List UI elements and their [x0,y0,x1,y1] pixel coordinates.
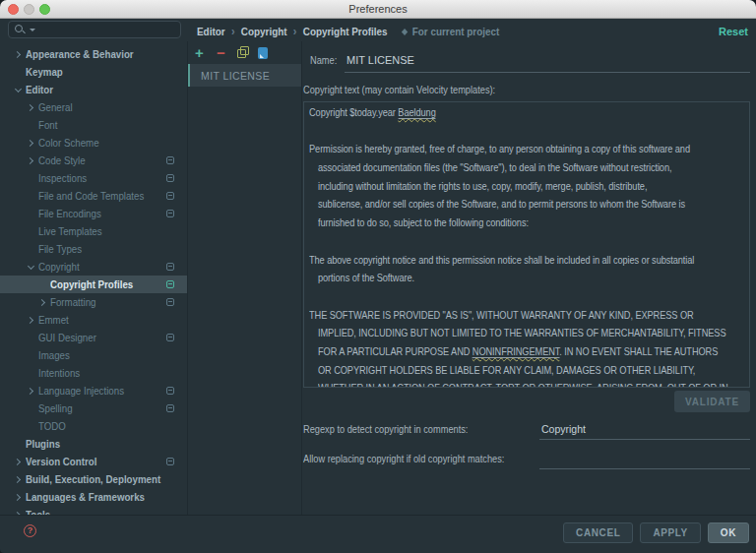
search-icon [14,24,29,35]
chevron-down-icon[interactable] [23,264,38,271]
sidebar-item-todo[interactable]: TODO [0,417,187,435]
chevron-right-icon: › [293,25,297,38]
sidebar-item-appearance-behavior[interactable]: Appearance & Behavior [0,45,187,63]
sidebar-item-language-injections[interactable]: Language Injections [0,382,187,399]
scope-indicator: For current project [403,26,499,37]
allow-replacing-label: Allow replacing copyright if old copyrig… [303,453,532,464]
remove-icon[interactable] [215,46,227,59]
sidebar-item-plugins[interactable]: Plugins [0,435,187,453]
reset-link[interactable]: Reset [719,26,748,37]
titlebar: Preferences [0,0,756,19]
project-settings-icon [166,192,174,200]
chevron-right-icon[interactable] [10,460,26,464]
apply-button[interactable]: APPLY [640,522,700,543]
breadcrumb: Editor › Copyright › Copyright Profiles … [197,24,499,39]
allow-replacing-field-underline [539,468,750,469]
sidebar-item-version-control[interactable]: Version Control [0,453,187,470]
add-icon[interactable] [193,46,206,59]
sidebar-item-keymap[interactable]: Keymap [0,63,187,81]
window-title: Preferences [0,0,756,18]
import-icon[interactable] [258,47,268,59]
chevron-right-icon[interactable] [23,158,38,163]
sidebar-item-formatting[interactable]: Formatting [0,293,187,311]
profiles-panel: MIT LICENSE [187,41,302,516]
project-settings-icon [166,156,174,164]
project-settings-icon [166,458,174,465]
profile-list-item[interactable]: MIT LICENSE [188,64,301,87]
settings-search-box[interactable] [8,21,181,38]
chevron-right-icon: › [231,25,235,38]
sidebar-item-color-scheme[interactable]: Color Scheme [0,134,187,152]
project-settings-icon [166,174,174,182]
sidebar-item-live-templates[interactable]: Live Templates [0,222,187,240]
chevron-right-icon[interactable] [23,389,38,394]
sidebar-item-file-and-code-templates[interactable]: File and Code Templates [0,187,187,205]
ok-button[interactable]: OK [708,522,749,543]
duplicate-icon[interactable] [236,46,249,59]
chevron-right-icon[interactable] [10,495,26,500]
sidebar-item-copyright[interactable]: Copyright [0,258,187,276]
sidebar-item-languages-frameworks[interactable]: Languages & Frameworks [0,488,187,506]
validate-button[interactable]: VALIDATE [674,391,750,412]
settings-search-input[interactable] [35,23,180,36]
sidebar-item-intentions[interactable]: Intentions [0,364,187,382]
sidebar-item-copyright-profiles[interactable]: Copyright Profiles [0,276,187,293]
project-settings-icon [166,263,174,271]
sidebar-item-file-types[interactable]: File Types [0,240,187,258]
scope-label: For current project [412,26,500,37]
preferences-window: Preferences Editor › Copyright › Copyrig… [0,0,756,553]
sidebar-item-build-execution-deployment[interactable]: Build, Execution, Deployment [0,470,187,488]
copyright-text-label: Copyright text (may contain Velocity tem… [303,84,522,95]
regexp-field[interactable]: Copyright [541,423,586,435]
spellcheck-word: Baeldung [398,106,435,119]
name-field[interactable]: MIT LICENSE [346,54,414,66]
sidebar-item-gui-designer[interactable]: GUI Designer [0,329,187,346]
regexp-field-underline [539,439,750,440]
project-settings-icon [166,210,174,217]
name-label: Name: [310,54,341,66]
chevron-right-icon[interactable] [34,300,50,305]
chevron-right-icon[interactable] [23,318,38,323]
profiles-toolbar [188,41,301,61]
copyright-profile-form: Name: MIT LICENSE Copyright text (may co… [303,41,756,516]
sidebar-item-file-encodings[interactable]: File Encodings [0,205,187,222]
breadcrumb-editor[interactable]: Editor [197,26,225,37]
sidebar-item-editor[interactable]: Editor [0,81,187,98]
project-settings-icon [166,280,174,288]
project-settings-icon [166,298,174,306]
cancel-button[interactable]: CANCEL [563,522,633,543]
sidebar-item-font[interactable]: Font [0,116,187,134]
settings-tree: Appearance & Behavior Keymap Editor Gene… [0,41,187,516]
copyright-text-editor[interactable]: Copyright $today.year Baeldung Permissio… [303,101,750,388]
footer-bar: CANCEL APPLY OK [0,515,756,553]
sidebar-item-emmet[interactable]: Emmet [0,311,187,329]
sidebar-item-spelling[interactable]: Spelling [0,399,187,417]
name-field-underline [345,72,750,73]
chevron-right-icon[interactable] [10,52,26,57]
chevron-right-icon[interactable] [23,141,38,146]
project-settings-icon [166,404,174,412]
project-settings-icon [166,387,174,395]
diamond-icon [402,28,408,34]
breadcrumb-copyright[interactable]: Copyright [241,26,287,37]
help-icon[interactable] [24,524,36,537]
chevron-right-icon[interactable] [10,477,26,482]
project-settings-icon [166,334,174,341]
sidebar-item-code-style[interactable]: Code Style [0,152,187,169]
sidebar-item-general[interactable]: General [0,98,187,116]
chevron-down-icon[interactable] [10,87,26,93]
chevron-right-icon[interactable] [23,105,38,110]
breadcrumb-copyright-profiles[interactable]: Copyright Profiles [303,26,388,37]
spellcheck-word: NONINFRINGEMENT [472,345,560,358]
regexp-label: Regexp to detect copyright in comments: [303,423,490,435]
sidebar-item-inspections[interactable]: Inspections [0,169,187,187]
sidebar-item-images[interactable]: Images [0,346,187,364]
